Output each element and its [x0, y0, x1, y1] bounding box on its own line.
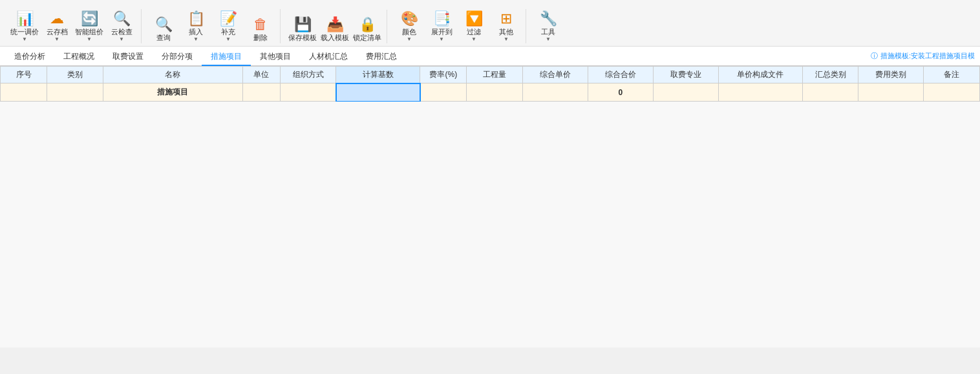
- yanse-arrow: ▼: [407, 36, 412, 42]
- cell-zuzufangshi: [280, 83, 336, 102]
- col-header-zonghehejia: 综合合价: [588, 67, 653, 83]
- tab-rencaiji-huizong[interactable]: 人材机汇总: [300, 47, 357, 66]
- charu-icon: 📋: [187, 12, 205, 26]
- yun-jiancha-arrow: ▼: [119, 36, 124, 42]
- cell-beizhu: [924, 83, 980, 102]
- gongju-icon: 🔧: [540, 12, 557, 26]
- cell-jisuanjishu[interactable]: [336, 83, 420, 102]
- zhineng-zujiia-icon: 🔄: [81, 12, 98, 26]
- cell-danwei: [243, 83, 281, 102]
- tongyi-dianjia-arrow: ▼: [22, 36, 27, 42]
- tongyi-dianjia-button[interactable]: 📊 统一调价 ▼: [9, 9, 40, 43]
- zairu-muban-icon: 📥: [326, 17, 344, 32]
- baocun-muban-label: 保存模板: [288, 33, 317, 42]
- table-header-row: 序号 类别 名称 单位 组织方式 计算基数 费率(%) 工程量 综合单价 综合合…: [1, 67, 980, 83]
- table-wrap: 序号 类别 名称 单位 组织方式 计算基数 费率(%) 工程量 综合单价 综合合…: [0, 66, 980, 102]
- baocun-muban-icon: 💾: [294, 17, 312, 32]
- shanchu-button[interactable]: 🗑 删除: [245, 10, 276, 43]
- content-area: [0, 102, 980, 347]
- col-header-danwei: 单位: [243, 67, 281, 83]
- suoding-qingdan-icon: 🔒: [359, 17, 376, 32]
- gongju-label: 工具: [541, 27, 555, 36]
- toolbar-group-2: 🔍 查询 📋 插入 ▼ 📝 补充 ▼ 🗑 删除: [144, 9, 281, 43]
- guolv-arrow: ▼: [471, 36, 476, 42]
- yanse-button[interactable]: 🎨 颜色 ▼: [394, 9, 425, 43]
- charu-button[interactable]: 📋 插入 ▼: [180, 9, 211, 43]
- tab-zaojia-fenxi[interactable]: 造价分析: [5, 47, 54, 66]
- tab-cuoshi-xiangmu[interactable]: 措施项目: [202, 47, 251, 66]
- tongyi-dianjia-label: 统一调价: [10, 27, 39, 36]
- tab-gongcheng-gaikuang[interactable]: 工程概况: [54, 47, 103, 66]
- zairu-muban-label: 载入模板: [321, 33, 349, 42]
- qita-icon: ⊞: [500, 12, 512, 26]
- cell-feiyong-leibie: [858, 83, 924, 102]
- col-header-zonghejia: 综合单价: [522, 67, 588, 83]
- info-icon: ⓘ: [871, 51, 878, 61]
- toolbar: 📊 统一调价 ▼ ☁ 云存档 ▼ 🔄 智能组价 ▼ 🔍 云检查 ▼ 🔍 查询 📋…: [0, 0, 980, 47]
- zairu-muban-button[interactable]: 📥 载入模板: [319, 10, 350, 43]
- yun-jiancha-label: 云检查: [111, 27, 133, 36]
- col-header-leibie: 类别: [47, 67, 103, 83]
- yun-jiancha-icon: 🔍: [113, 12, 131, 26]
- zhandao-icon: 📑: [433, 12, 451, 26]
- butian-label: 补充: [221, 27, 235, 36]
- col-header-qufeizhuanye: 取费专业: [653, 67, 718, 83]
- tab-feiyong-huizong[interactable]: 费用汇总: [357, 47, 406, 66]
- col-header-feiyongleibie: 费用类别: [858, 67, 924, 83]
- cell-mingcheng[interactable]: 措施项目: [103, 83, 242, 102]
- cell-huizong-leibie: [802, 83, 858, 102]
- butian-button[interactable]: 📝 补充 ▼: [213, 9, 244, 43]
- table-row[interactable]: 措施项目 0: [1, 83, 980, 102]
- qita-button[interactable]: ⊞ 其他 ▼: [491, 9, 522, 43]
- gongju-button[interactable]: 🔧 工具 ▼: [533, 9, 564, 43]
- butian-arrow: ▼: [226, 36, 231, 42]
- yun-cundang-icon: ☁: [50, 12, 64, 26]
- yun-jiancha-button[interactable]: 🔍 云检查 ▼: [106, 9, 137, 43]
- guolv-label: 过滤: [467, 27, 481, 36]
- main-table: 序号 类别 名称 单位 组织方式 计算基数 费率(%) 工程量 综合单价 综合合…: [0, 66, 980, 102]
- suoding-qingdan-label: 锁定清单: [353, 33, 381, 42]
- tongyi-dianjia-icon: 📊: [16, 12, 34, 26]
- tab-qufei-shezhi[interactable]: 取费设置: [103, 47, 153, 66]
- chaxun-icon: 🔍: [155, 17, 173, 32]
- tab-right-info: ⓘ 措施模板:安装工程措施项目模: [871, 51, 975, 61]
- shanchu-label: 删除: [253, 33, 268, 42]
- yun-cundang-button[interactable]: ☁ 云存档 ▼: [41, 9, 72, 43]
- yun-cundang-arrow: ▼: [54, 36, 59, 42]
- chaxun-button[interactable]: 🔍 查询: [148, 10, 179, 43]
- yun-cundang-label: 云存档: [47, 27, 68, 36]
- cell-qufei-zhuanye: [653, 83, 718, 102]
- guolv-button[interactable]: 🔽 过滤 ▼: [458, 9, 489, 43]
- gongju-arrow: ▼: [546, 36, 551, 42]
- yanse-label: 颜色: [402, 27, 416, 36]
- cell-gongliang: [467, 83, 523, 102]
- cell-leibie: [47, 83, 103, 102]
- cell-zonghe-hejia: 0: [588, 83, 653, 102]
- zhineng-zujiia-button[interactable]: 🔄 智能组价 ▼: [74, 9, 105, 43]
- col-header-feilu: 费率(%): [420, 67, 467, 83]
- shanchu-icon: 🗑: [253, 17, 268, 32]
- zhandao-button[interactable]: 📑 展开到 ▼: [426, 9, 457, 43]
- col-header-danjiagoucheng: 单价构成文件: [718, 67, 802, 83]
- baocun-muban-button[interactable]: 💾 保存模板: [287, 10, 318, 43]
- tab-qita-xiangmu[interactable]: 其他项目: [251, 47, 300, 66]
- charu-arrow: ▼: [193, 36, 198, 42]
- cell-feilu: [420, 83, 467, 102]
- col-header-jisuanjishu: 计算基数: [336, 67, 420, 83]
- tab-right-text: 措施模板:安装工程措施项目模: [880, 51, 975, 61]
- toolbar-group-1: 📊 统一调价 ▼ ☁ 云存档 ▼ 🔄 智能组价 ▼ 🔍 云检查 ▼: [5, 9, 142, 43]
- col-header-mingcheng: 名称: [103, 67, 242, 83]
- col-header-xuhao: 序号: [1, 67, 47, 83]
- toolbar-group-5: 🔧 工具 ▼: [529, 9, 568, 43]
- col-header-gongliang: 工程量: [467, 67, 523, 83]
- zhandao-label: 展开到: [431, 27, 453, 36]
- cell-xuhao: [1, 83, 47, 102]
- cell-zonghe-danjia: [522, 83, 588, 102]
- col-header-huizong: 汇总类别: [802, 67, 858, 83]
- tabs-bar: 造价分析 工程概况 取费设置 分部分项 措施项目 其他项目 人材机汇总 费用汇总…: [0, 47, 980, 66]
- suoding-qingdan-button[interactable]: 🔒 锁定清单: [352, 10, 383, 43]
- zhineng-zujiia-label: 智能组价: [75, 27, 103, 36]
- col-header-beizhu: 备注: [924, 67, 980, 83]
- tab-fenbufenxiang[interactable]: 分部分项: [153, 47, 202, 66]
- butian-icon: 📝: [220, 12, 237, 26]
